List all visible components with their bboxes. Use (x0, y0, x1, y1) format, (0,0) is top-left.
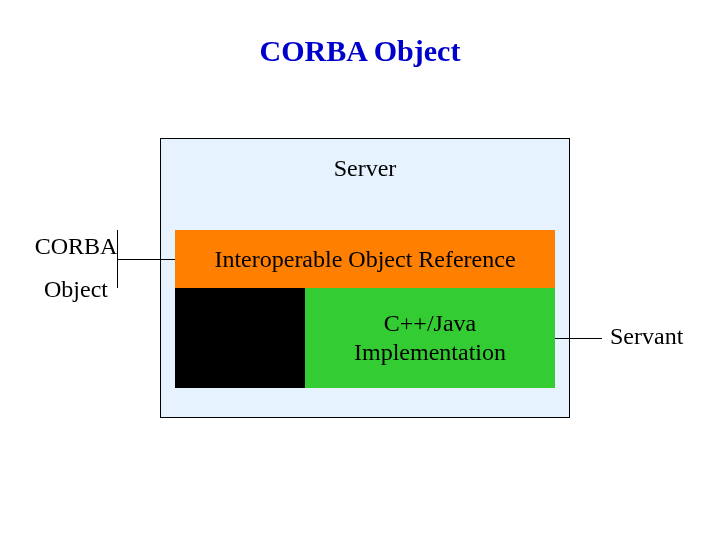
servant-label: Servant (610, 323, 683, 350)
impl-label: C++/Java Implementation (354, 309, 506, 367)
impl-box: C++/Java Implementation (305, 288, 555, 388)
connector-corba-vertical (117, 230, 118, 288)
ior-box: Interoperable Object Reference (175, 230, 555, 288)
corba-object-label: CORBA Object (6, 225, 146, 311)
ior-label: Interoperable Object Reference (214, 246, 515, 273)
connector-corba-horizontal (117, 259, 175, 260)
impl-row: C++/Java Implementation (175, 288, 555, 388)
connector-servant-horizontal (555, 338, 602, 339)
diagram-title: CORBA Object (0, 34, 720, 68)
black-box (175, 288, 305, 388)
server-label: Server (160, 155, 570, 182)
